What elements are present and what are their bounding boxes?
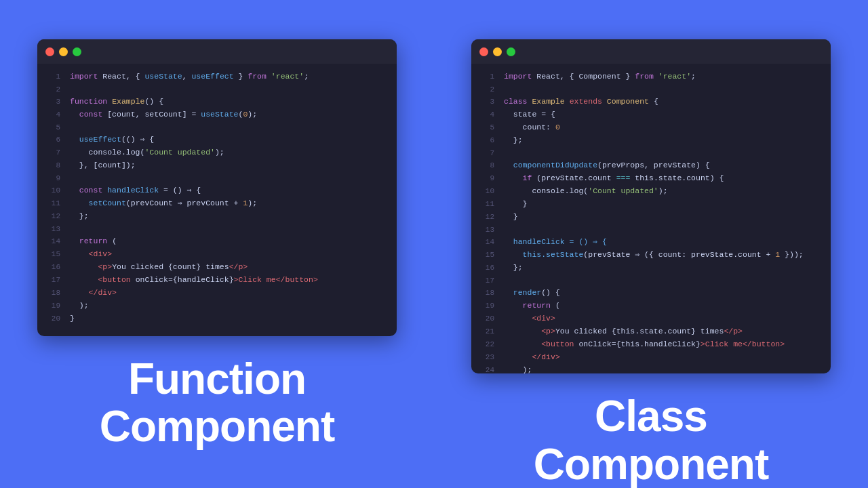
code-line: 21 <p>You clicked {this.state.count} tim… — [478, 325, 820, 338]
line-number: 3 — [478, 96, 494, 108]
code-text: function Example() { — [70, 96, 163, 108]
line-number: 4 — [44, 108, 60, 121]
code-line: 16 }; — [478, 262, 820, 274]
code-line: 7 — [478, 147, 820, 159]
code-line: 13 — [44, 223, 386, 235]
code-line: 5 count: 0 — [478, 121, 820, 134]
code-line: 24 ); — [478, 364, 820, 373]
line-number: 15 — [478, 249, 494, 262]
dot-green-right — [507, 47, 515, 56]
code-line: 23 </div> — [478, 351, 820, 364]
code-line: 2 — [478, 83, 820, 96]
code-text: setCount(prevCount ⇒ prevCount + 1); — [70, 197, 257, 210]
code-text: return ( — [70, 235, 117, 248]
code-text: <button onClick={handleClick}>Click me</… — [70, 274, 318, 287]
code-line: 13 — [478, 224, 820, 236]
code-line: 3class Example extends Component { — [478, 96, 820, 108]
code-text: state = { — [504, 108, 555, 121]
code-line: 6 useEffect(() ⇒ { — [44, 134, 386, 146]
line-number: 24 — [478, 364, 494, 373]
code-line: 4 state = { — [478, 108, 820, 121]
code-line: 15 <div> — [44, 248, 386, 261]
code-text: const [count, setCount] = useState(0); — [70, 108, 257, 121]
code-text: ); — [70, 300, 89, 312]
code-line: 19 ); — [44, 300, 386, 312]
line-number: 20 — [478, 312, 494, 325]
code-line: 15 this.setState(prevState ⇒ ({ count: p… — [478, 249, 820, 262]
line-number: 17 — [44, 274, 60, 287]
code-line: 19 return ( — [478, 300, 820, 312]
line-number: 12 — [44, 210, 60, 223]
code-text: } — [70, 312, 75, 325]
code-text: <div> — [70, 248, 112, 261]
code-text: console.log('Count updated'); — [70, 146, 224, 159]
code-text: const handleClick = () ⇒ { — [70, 184, 201, 197]
dot-green-left — [73, 47, 81, 56]
line-number: 19 — [478, 300, 494, 312]
right-titlebar — [471, 39, 831, 64]
line-number: 6 — [44, 134, 60, 146]
code-line: 10 const handleClick = () ⇒ { — [44, 184, 386, 197]
line-number: 7 — [44, 146, 60, 159]
line-number: 3 — [44, 96, 60, 108]
line-number: 16 — [478, 262, 494, 274]
code-text: componentDidUpdate(prevProps, prevState)… — [504, 159, 710, 172]
line-number: 20 — [44, 312, 60, 325]
code-line: 22 <button onClick={this.handleClick}>Cl… — [478, 338, 820, 351]
function-label-title: Function — [100, 355, 335, 403]
code-line: 14 return ( — [44, 235, 386, 248]
line-number: 5 — [478, 121, 494, 134]
line-number: 21 — [478, 325, 494, 338]
line-number: 13 — [478, 224, 494, 236]
line-number: 11 — [44, 197, 60, 210]
code-line: 12 } — [478, 211, 820, 224]
line-number: 16 — [44, 261, 60, 274]
function-code-body: 1import React, { useState, useEffect } f… — [37, 64, 397, 336]
class-code-body: 1import React, { Component } from 'react… — [471, 64, 831, 373]
line-number: 17 — [478, 274, 494, 287]
code-text: } — [504, 211, 518, 224]
code-text: render() { — [504, 287, 560, 300]
class-label-area: Class Component — [534, 392, 769, 488]
code-line: 9 if (prevState.count === this.state.cou… — [478, 172, 820, 185]
line-number: 10 — [478, 185, 494, 198]
line-number: 22 — [478, 338, 494, 351]
code-line: 1import React, { Component } from 'react… — [478, 70, 820, 83]
code-line: 8 }, [count]); — [44, 159, 386, 172]
dot-yellow-left — [59, 47, 68, 56]
code-line: 8 componentDidUpdate(prevProps, prevStat… — [478, 159, 820, 172]
code-line: 14 handleClick = () ⇒ { — [478, 236, 820, 249]
code-text: } — [504, 198, 528, 211]
code-text: ); — [504, 364, 532, 373]
line-number: 7 — [478, 147, 494, 159]
code-text: handleClick = () ⇒ { — [504, 236, 607, 249]
line-number: 4 — [478, 108, 494, 121]
code-line: 7 console.log('Count updated'); — [44, 146, 386, 159]
line-number: 12 — [478, 211, 494, 224]
left-titlebar — [37, 39, 397, 64]
code-text: }, [count]); — [70, 159, 136, 172]
code-line: 3function Example() { — [44, 96, 386, 108]
line-number: 14 — [478, 236, 494, 249]
code-text: }; — [504, 262, 523, 274]
line-number: 18 — [44, 287, 60, 300]
code-text: this.setState(prevState ⇒ ({ count: prev… — [504, 249, 804, 262]
code-text: <div> — [504, 312, 555, 325]
line-number: 2 — [44, 83, 60, 96]
code-line: 9 — [44, 172, 386, 184]
code-line: 1import React, { useState, useEffect } f… — [44, 70, 386, 83]
line-number: 13 — [44, 223, 60, 235]
line-number: 11 — [478, 198, 494, 211]
line-number: 1 — [478, 70, 494, 83]
right-panel: 1import React, { Component } from 'react… — [434, 0, 868, 488]
code-line: 2 — [44, 83, 386, 96]
code-line: 10 console.log('Count updated'); — [478, 185, 820, 198]
line-number: 6 — [478, 134, 494, 147]
code-text: useEffect(() ⇒ { — [70, 134, 154, 146]
code-text: </div> — [70, 287, 117, 300]
code-text: console.log('Count updated'); — [504, 185, 668, 198]
code-line: 12 }; — [44, 210, 386, 223]
code-text: <p>You clicked {count} times</p> — [70, 261, 248, 274]
code-text: }; — [504, 134, 523, 147]
code-line: 5 — [44, 121, 386, 134]
